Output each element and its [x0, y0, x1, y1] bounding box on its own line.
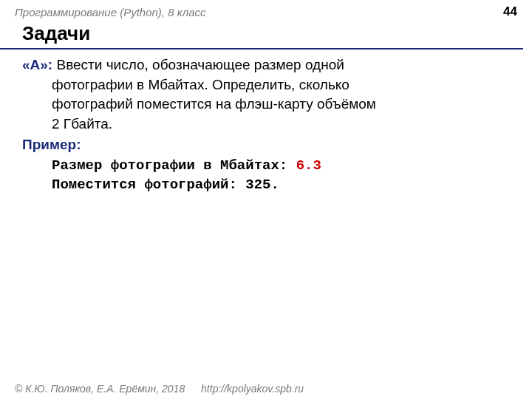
example-block: Размер фотографии в Мбайтах: 6.3 Помести… [22, 157, 510, 194]
content-area: «A»: Ввести число, обозначающее размер о… [0, 50, 532, 194]
page-number: 44 [503, 4, 517, 19]
example-line-1: Размер фотографии в Мбайтах: 6.3 [52, 157, 510, 176]
task-label: «A»: [22, 57, 52, 72]
slide-title: Задачи [0, 21, 523, 50]
example-line-2: Поместится фотографий: 325. [52, 176, 510, 195]
example-label: Пример: [22, 135, 510, 155]
slide-footer: © К.Ю. Поляков, Е.А. Ерёмин, 2018 http:/… [15, 383, 304, 395]
slide-header: Программирование (Python), 8 класс 44 [0, 0, 532, 21]
task-line-3: фотографий поместится на флэш-карту объё… [22, 95, 510, 115]
example-prompt-1: Размер фотографии в Мбайтах: [52, 157, 296, 174]
example-input-1: 6.3 [296, 157, 321, 174]
course-title: Программирование (Python), 8 класс [15, 6, 206, 18]
task-line-4: 2 Гбайта. [22, 115, 510, 134]
task-line-1: «A»: Ввести число, обозначающее размер о… [22, 55, 510, 75]
task-text-1: Ввести число, обозначающее размер одной [56, 57, 344, 72]
task-line-2: фотографии в Мбайтах. Определить, скольк… [22, 75, 510, 95]
footer-url: http://kpolyakov.spb.ru [201, 383, 304, 395]
footer-copyright: © К.Ю. Поляков, Е.А. Ерёмин, 2018 [15, 383, 185, 395]
